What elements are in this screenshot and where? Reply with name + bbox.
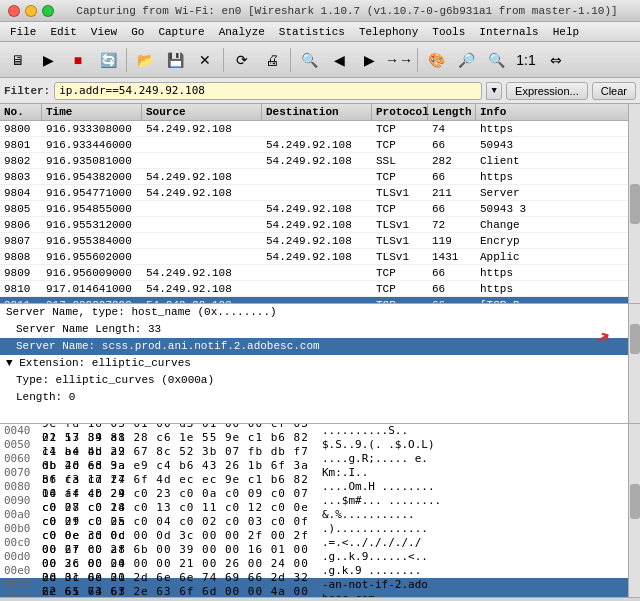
- clear-button[interactable]: Clear: [592, 82, 636, 100]
- toolbar: 🖥 ▶ ■ 🔄 📂 💾 ✕ ⟳ 🖨 🔍 ◀ ▶ →→ 🎨 🔎 🔍 1:1 ⇔: [0, 42, 640, 78]
- toolbar-interface-button[interactable]: 🖥: [4, 46, 32, 74]
- toolbar-open-button[interactable]: 📂: [131, 46, 159, 74]
- table-row[interactable]: 9805 916.954855000 54.249.92.108 TCP 66 …: [0, 201, 640, 217]
- toolbar-stop-button[interactable]: ■: [64, 46, 92, 74]
- close-button[interactable]: [8, 5, 20, 17]
- table-row[interactable]: 9810 917.014641000 54.249.92.108 TCP 66 …: [0, 281, 640, 297]
- toolbar-goto-button[interactable]: →→: [385, 46, 413, 74]
- detail-rows-container: Server Name, type: host_name (0x........…: [0, 304, 640, 406]
- hex-scrollbar-thumb[interactable]: [630, 484, 640, 519]
- filter-bar: Filter: ▼ Expression... Clear: [0, 78, 640, 104]
- list-item[interactable]: Server Name Length: 33: [0, 321, 640, 338]
- toolbar-zoom-out-button[interactable]: 🔍: [482, 46, 510, 74]
- minimize-button[interactable]: [25, 5, 37, 17]
- menu-edit[interactable]: Edit: [44, 24, 82, 40]
- window-controls: [8, 5, 54, 17]
- menu-telephony[interactable]: Telephony: [353, 24, 424, 40]
- table-row[interactable]: 9800 916.933308000 54.249.92.108 TCP 74 …: [0, 121, 640, 137]
- menu-analyze[interactable]: Analyze: [213, 24, 271, 40]
- list-item[interactable]: Server Name, type: host_name (0x........…: [0, 304, 640, 321]
- expression-button[interactable]: Expression...: [506, 82, 588, 100]
- packet-detail-scrollbar[interactable]: [628, 304, 640, 423]
- menu-file[interactable]: File: [4, 24, 42, 40]
- cell-protocol: TLSv1: [372, 219, 428, 231]
- cell-no: 9801: [0, 139, 42, 151]
- toolbar-close-button[interactable]: ✕: [191, 46, 219, 74]
- table-row[interactable]: 9808 916.955602000 54.249.92.108 TLSv1 1…: [0, 249, 640, 265]
- table-row[interactable]: 9803 916.954382000 54.249.92.108 TCP 66 …: [0, 169, 640, 185]
- toolbar-print-button[interactable]: 🖨: [258, 46, 286, 74]
- list-item[interactable]: Type: elliptic_curves (0x000a): [0, 372, 640, 389]
- cell-destination: 54.249.92.108: [262, 139, 372, 151]
- menu-bar: File Edit View Go Capture Analyze Statis…: [0, 22, 640, 42]
- packet-list-scrollbar[interactable]: [628, 104, 640, 303]
- toolbar-sep1: [126, 48, 127, 72]
- hex-dump[interactable]: 0040 9e fd 16 03 01 00 d3 01 00 00 cf 03…: [0, 424, 640, 597]
- cell-info: Change: [476, 219, 640, 231]
- cell-length: 66: [428, 283, 476, 295]
- list-item[interactable]: 0100 62 65 73 63 2e 63 6f 6d 00 00 4a 00…: [0, 592, 640, 597]
- col-header-source: Source: [142, 104, 262, 120]
- table-row[interactable]: 9809 916.956009000 54.249.92.108 TCP 66 …: [0, 265, 640, 281]
- hex-dump-scrollbar[interactable]: [628, 424, 640, 597]
- hex-offset: 00f0: [4, 578, 42, 592]
- cell-info: https: [476, 171, 640, 183]
- detail-scrollbar-thumb[interactable]: [630, 324, 640, 354]
- cell-time: 916.954771000: [42, 187, 142, 199]
- hex-ascii: &.%...........: [322, 508, 415, 522]
- cell-length: 66: [428, 267, 476, 279]
- cell-source: 54.249.92.108: [142, 283, 262, 295]
- table-row[interactable]: 9811 917.082207000 54.249.92.108 TCP 66 …: [0, 297, 640, 304]
- cell-time: 916.933308000: [42, 123, 142, 135]
- menu-internals[interactable]: Internals: [473, 24, 544, 40]
- menu-view[interactable]: View: [85, 24, 123, 40]
- col-header-no: No.: [0, 104, 42, 120]
- menu-go[interactable]: Go: [125, 24, 150, 40]
- cell-info: Applic: [476, 251, 640, 263]
- cell-length: 1431: [428, 251, 476, 263]
- menu-capture[interactable]: Capture: [152, 24, 210, 40]
- table-row[interactable]: 9802 916.935081000 54.249.92.108 SSL 282…: [0, 153, 640, 169]
- maximize-button[interactable]: [42, 5, 54, 17]
- scrollbar-thumb[interactable]: [630, 184, 640, 224]
- hex-ascii: .=.<../././././: [322, 536, 421, 550]
- cell-source: 54.249.92.108: [142, 171, 262, 183]
- cell-info: https: [476, 123, 640, 135]
- hex-ascii: ....g.R;..... e.: [322, 452, 428, 466]
- list-item[interactable]: Server Name: scss.prod.ani.notif.2.adobe…: [0, 338, 640, 355]
- hex-offset: 0050: [4, 438, 42, 452]
- table-row[interactable]: 9804 916.954771000 54.249.92.108 TLSv1 2…: [0, 185, 640, 201]
- filter-input[interactable]: [54, 82, 482, 100]
- list-item[interactable]: Length: 0: [0, 389, 640, 406]
- toolbar-zoom-in-button[interactable]: 🔎: [452, 46, 480, 74]
- cell-protocol: TCP: [372, 171, 428, 183]
- toolbar-back-button[interactable]: ◀: [325, 46, 353, 74]
- menu-statistics[interactable]: Statistics: [273, 24, 351, 40]
- cell-destination: 54.249.92.108: [262, 155, 372, 167]
- table-row[interactable]: 9801 916.933446000 54.249.92.108 TCP 66 …: [0, 137, 640, 153]
- packet-list[interactable]: No. Time Source Destination Protocol Len…: [0, 104, 640, 304]
- table-row[interactable]: 9806 916.955312000 54.249.92.108 TLSv1 7…: [0, 217, 640, 233]
- list-item[interactable]: ▼ Extension: elliptic_curves: [0, 355, 640, 372]
- toolbar-colorize-button[interactable]: 🎨: [422, 46, 450, 74]
- main-area: No. Time Source Destination Protocol Len…: [0, 104, 640, 597]
- cell-length: 282: [428, 155, 476, 167]
- filter-dropdown[interactable]: ▼: [486, 82, 502, 100]
- hex-offset: 00d0: [4, 550, 42, 564]
- hex-offset: 00c0: [4, 536, 42, 550]
- menu-help[interactable]: Help: [547, 24, 585, 40]
- table-row[interactable]: 9807 916.955384000 54.249.92.108 TLSv1 1…: [0, 233, 640, 249]
- toolbar-save-button[interactable]: 💾: [161, 46, 189, 74]
- toolbar-zoom-normal-button[interactable]: 1:1: [512, 46, 540, 74]
- toolbar-start-button[interactable]: ▶: [34, 46, 62, 74]
- toolbar-find-button[interactable]: 🔍: [295, 46, 323, 74]
- hex-ascii: ...$m#... ........: [322, 494, 441, 508]
- cell-no: 9810: [0, 283, 42, 295]
- toolbar-resize-button[interactable]: ⇔: [542, 46, 570, 74]
- toolbar-restart-button[interactable]: 🔄: [94, 46, 122, 74]
- cell-length: 72: [428, 219, 476, 231]
- toolbar-reload-button[interactable]: ⟳: [228, 46, 256, 74]
- menu-tools[interactable]: Tools: [426, 24, 471, 40]
- cell-time: 916.935081000: [42, 155, 142, 167]
- toolbar-forward-button[interactable]: ▶: [355, 46, 383, 74]
